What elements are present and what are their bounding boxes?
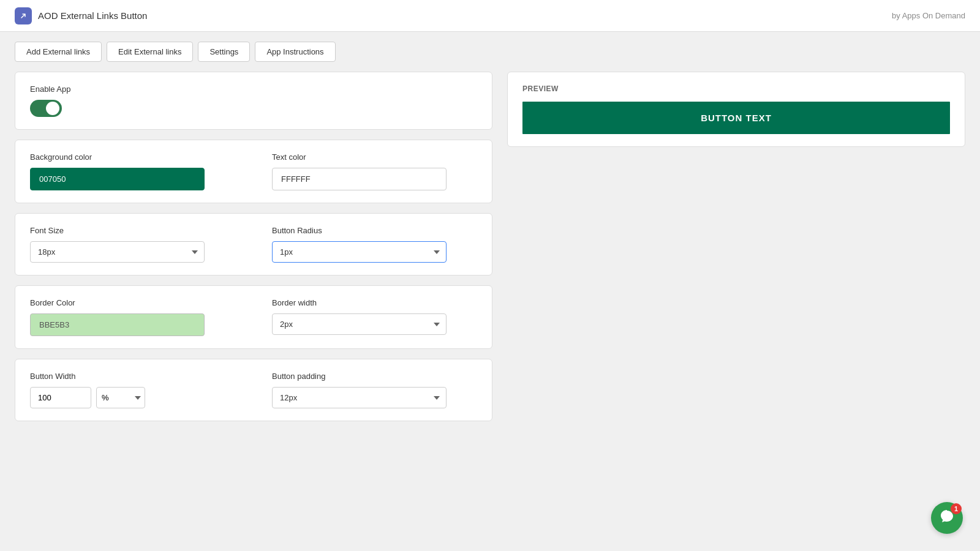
button-width-input[interactable]	[30, 387, 91, 408]
button-padding-group: Button padding 8px 10px 12px 14px 16px 1…	[272, 372, 477, 408]
button-width-group: Button Width % px	[30, 372, 235, 408]
preview-label: PREVIEW	[522, 84, 950, 93]
toggle-container	[30, 100, 477, 117]
button-radius-label: Button Radius	[272, 226, 477, 235]
font-radius-card: Font Size 14px 16px 18px 20px 22px 24px …	[15, 213, 492, 276]
font-radius-row: Font Size 14px 16px 18px 20px 22px 24px …	[30, 226, 477, 263]
font-size-group: Font Size 14px 16px 18px 20px 22px 24px	[30, 226, 235, 263]
tab-settings[interactable]: Settings	[198, 42, 250, 62]
enable-app-label: Enable App	[30, 84, 477, 94]
border-width-label: Border width	[272, 298, 477, 307]
preview-button: BUTTON TEXT	[522, 102, 950, 134]
button-width-label: Button Width	[30, 372, 235, 381]
border-width-select[interactable]: 1px 2px 3px 4px	[272, 313, 447, 335]
tab-app-instructions[interactable]: App Instructions	[255, 42, 335, 62]
button-width-unit-select[interactable]: % px	[96, 387, 145, 408]
button-size-row: Button Width % px Button padding 8px 10p…	[30, 372, 477, 408]
chat-badge: 1	[951, 503, 962, 514]
enable-app-card: Enable App	[15, 72, 492, 130]
border-width-group: Border width 1px 2px 3px 4px	[272, 298, 477, 335]
app-title: AOD External Links Button	[38, 10, 147, 21]
tab-add-external-links[interactable]: Add External links	[15, 42, 102, 62]
app-icon	[15, 7, 32, 24]
colors-row: Background color Text color	[30, 152, 477, 190]
tab-edit-external-links[interactable]: Edit External links	[107, 42, 193, 62]
colors-card: Background color Text color	[15, 140, 492, 203]
left-column: Enable App Background color Text color	[15, 72, 492, 421]
font-size-label: Font Size	[30, 226, 235, 235]
nav-tabs: Add External links Edit External links S…	[0, 32, 980, 72]
border-color-label: Border Color	[30, 298, 235, 307]
border-color-group: Border Color	[30, 298, 235, 336]
text-color-label: Text color	[272, 152, 477, 162]
enable-app-toggle[interactable]	[30, 100, 62, 117]
border-color-input[interactable]	[30, 313, 205, 336]
text-color-input[interactable]	[272, 168, 447, 190]
button-width-input-row: % px	[30, 387, 235, 408]
toggle-slider	[30, 100, 62, 117]
header: AOD External Links Button by Apps On Dem…	[0, 0, 980, 32]
border-card: Border Color Border width 1px 2px 3px 4p…	[15, 285, 492, 349]
border-row: Border Color Border width 1px 2px 3px 4p…	[30, 298, 477, 336]
button-radius-group: Button Radius 0px 1px 2px 4px 6px 8px 10…	[272, 226, 477, 263]
text-color-group: Text color	[272, 152, 477, 190]
right-column: PREVIEW BUTTON TEXT	[507, 72, 965, 421]
button-padding-select[interactable]: 8px 10px 12px 14px 16px 18px 20px	[272, 387, 447, 408]
preview-card: PREVIEW BUTTON TEXT	[507, 72, 965, 147]
button-size-card: Button Width % px Button padding 8px 10p…	[15, 359, 492, 421]
header-left: AOD External Links Button	[15, 7, 147, 24]
font-size-select[interactable]: 14px 16px 18px 20px 22px 24px	[30, 241, 205, 263]
background-color-input[interactable]	[30, 168, 205, 190]
header-byline: by Apps On Demand	[892, 11, 965, 20]
main-content: Enable App Background color Text color	[0, 72, 980, 436]
button-padding-label: Button padding	[272, 372, 477, 381]
button-radius-select[interactable]: 0px 1px 2px 4px 6px 8px 10px	[272, 241, 447, 263]
background-color-group: Background color	[30, 152, 235, 190]
background-color-label: Background color	[30, 152, 235, 162]
chat-bubble[interactable]: 1	[931, 502, 963, 534]
